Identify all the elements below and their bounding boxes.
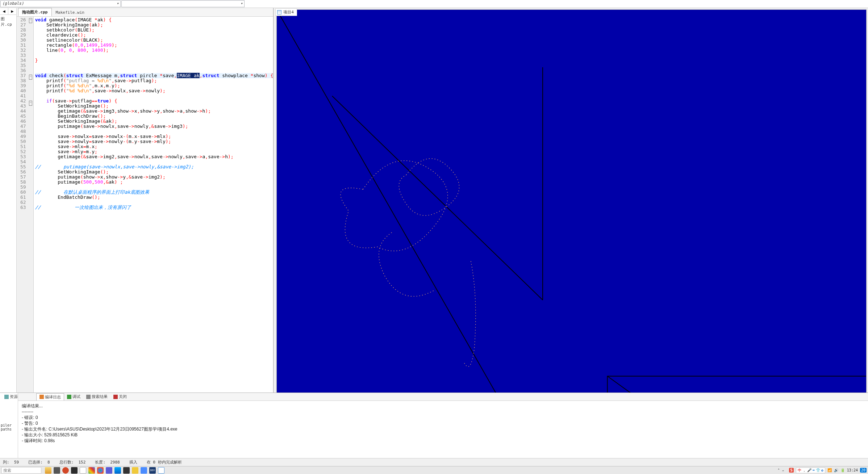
battery-icon[interactable]: 🔋 bbox=[840, 468, 845, 472]
chevron-down-icon: ▾ bbox=[240, 1, 243, 6]
status-length: 长度: 2988 bbox=[95, 460, 120, 465]
code-body[interactable]: void gameplace(IMAGE *ak) { SetWorkingIm… bbox=[34, 17, 274, 458]
app-icon-2[interactable] bbox=[71, 467, 78, 474]
app-icon-4[interactable] bbox=[106, 467, 112, 474]
output-panel: piler paths 资源编译日志调试搜索结果关闭 编译结果... -----… bbox=[0, 393, 868, 458]
tray-chevron-up-icon[interactable]: ˄ bbox=[778, 468, 780, 472]
code-line[interactable]: setbkcolor(BLUE); bbox=[35, 28, 274, 33]
ime-mic-icon[interactable]: 🎤 bbox=[807, 468, 811, 472]
code-line[interactable]: printf("%d %d\n",m.x,m.y); bbox=[35, 83, 274, 88]
output-tab[interactable]: 调试 bbox=[64, 393, 83, 400]
taskbar-search-input[interactable] bbox=[1, 467, 41, 474]
code-line[interactable]: rectangle(0,0,1499,1499); bbox=[35, 43, 274, 48]
svg-line-1 bbox=[332, 96, 543, 300]
fold-column[interactable]: −−− bbox=[28, 17, 33, 458]
sidebar-file-tab[interactable]: 图片.cp bbox=[0, 15, 16, 29]
app-titlebar[interactable]: 项目4 bbox=[275, 8, 297, 16]
output-tab[interactable]: 关闭 bbox=[110, 393, 130, 400]
app-icon-5[interactable] bbox=[123, 467, 130, 474]
code-line[interactable]: void check(struct ExMessage m,struct pir… bbox=[35, 73, 274, 78]
code-line[interactable]: // 在默认桌面程序的界面上打印ak底图效果 bbox=[35, 190, 274, 195]
code-line[interactable]: // putimage(save->nowlx,save->nowly,&sav… bbox=[35, 164, 274, 169]
volume-icon[interactable]: 🔊 bbox=[834, 468, 838, 472]
code-editor[interactable]: 2627282930313233343536373839404142434445… bbox=[17, 17, 273, 458]
code-line[interactable]: printf("%d %d\n",save->nowlx,save->nowly… bbox=[35, 88, 274, 93]
code-line[interactable]: BeginBatchDraw(); bbox=[35, 114, 274, 119]
running-app-taskbar-icon[interactable] bbox=[158, 467, 164, 474]
symbol-bar: (globals) ▾ ▾ bbox=[0, 0, 868, 8]
devcpp-icon[interactable]: DEV bbox=[149, 467, 156, 474]
ime-tray[interactable]: 中 ， 🎤 ⌨ 👕 ✿ bbox=[796, 467, 825, 473]
output-tab[interactable]: 编译日志 bbox=[36, 393, 64, 400]
compile-log[interactable]: 编译结果... -------- - 错误: 0- 警告: 0- 输出文件名: … bbox=[0, 401, 868, 448]
close-icon bbox=[113, 395, 118, 399]
system-tray: ˄ ☁ S 中 ， 🎤 ⌨ 👕 ✿ 📶 🔊 🔋 13:24 20 bbox=[778, 467, 867, 473]
code-line[interactable]: SetWorkingImage(); bbox=[35, 104, 274, 109]
code-line[interactable] bbox=[35, 129, 274, 134]
code-line[interactable]: SetWorkingImage(&ak); bbox=[35, 119, 274, 124]
ime-keyboard-icon[interactable]: ⌨ bbox=[813, 468, 815, 472]
running-app-window[interactable]: 项目4 bbox=[276, 9, 867, 458]
ime-shirt-icon[interactable]: 👕 bbox=[816, 468, 820, 472]
code-line[interactable] bbox=[35, 93, 274, 98]
code-line[interactable]: getimage(&save->img3,show->x,show->y,sho… bbox=[35, 109, 274, 114]
scope-dropdown[interactable]: (globals) ▾ bbox=[0, 0, 121, 7]
code-line[interactable]: void gameplace(IMAGE *ak) { bbox=[35, 17, 274, 22]
code-line[interactable]: line(0, 0, 800, 1400); bbox=[35, 48, 274, 53]
code-line[interactable] bbox=[35, 63, 274, 68]
chrome-icon[interactable] bbox=[97, 467, 104, 474]
date-badge[interactable]: 20 bbox=[860, 468, 867, 473]
code-line[interactable]: cleardevice(); bbox=[35, 33, 274, 38]
code-line[interactable]: save->mlx=m.x; bbox=[35, 144, 274, 149]
code-line[interactable]: setlinecolor(BLACK); bbox=[35, 38, 274, 43]
scope-value: (globals) bbox=[2, 1, 24, 6]
code-line[interactable]: putimage(save->nowlx,save->nowly,&save->… bbox=[35, 124, 274, 129]
explorer-icon[interactable] bbox=[132, 467, 138, 474]
taskbar[interactable]: DEV ˄ ☁ S 中 ， 🎤 ⌨ 👕 ✿ 📶 🔊 🔋 13:24 20 bbox=[0, 466, 868, 474]
onedrive-icon[interactable]: ☁ bbox=[782, 468, 787, 473]
code-line[interactable]: } bbox=[35, 58, 274, 63]
nav-forward-button[interactable]: ▶ bbox=[8, 8, 16, 14]
ime-punct-icon[interactable]: ， bbox=[802, 468, 806, 473]
code-line[interactable]: printf("putflag = %d\n",save->putflag); bbox=[35, 78, 274, 83]
wifi-icon[interactable]: 📶 bbox=[827, 468, 832, 472]
editor-tab[interactable]: Makefile.win bbox=[52, 9, 88, 16]
code-line[interactable]: SetWorkingImage(); bbox=[35, 169, 274, 175]
ime-tool-icon[interactable]: ✿ bbox=[821, 468, 823, 472]
app-icon-3[interactable] bbox=[80, 467, 86, 474]
code-line[interactable]: save->nowlx=save->nowlx-(m.x-save->mlx); bbox=[35, 134, 274, 139]
code-line[interactable]: putimage(500,500,&ak) ; bbox=[35, 180, 274, 185]
line-numbers: 2627282930313233343536373839404142434445… bbox=[17, 17, 28, 458]
office-icon[interactable] bbox=[62, 467, 69, 474]
output-tab-resources-left[interactable]: 资源 bbox=[1, 393, 21, 400]
task-view-icon[interactable] bbox=[54, 467, 60, 474]
ime-lang[interactable]: 中 bbox=[798, 468, 801, 473]
code-line[interactable]: save->nowly=save->nowly-(m.y-save->mly); bbox=[35, 139, 274, 144]
code-line[interactable]: getimage(&save->img2,save->nowlx,save->n… bbox=[35, 154, 274, 159]
edge-icon[interactable] bbox=[114, 467, 121, 474]
app-icon bbox=[277, 10, 281, 14]
code-line[interactable]: save->mly=m.y; bbox=[35, 149, 274, 154]
code-line[interactable]: EndBatchDraw(); bbox=[35, 195, 274, 200]
ime-brand-icon[interactable]: S bbox=[789, 468, 794, 473]
code-line[interactable] bbox=[35, 200, 274, 205]
zoom-icon[interactable] bbox=[141, 467, 147, 474]
editor-tab[interactable]: 拖动图片.cpp bbox=[18, 8, 52, 16]
check-icon bbox=[67, 395, 71, 399]
output-tab[interactable]: 搜索结果 bbox=[83, 393, 110, 400]
clock[interactable]: 13:24 bbox=[847, 468, 858, 472]
code-line[interactable] bbox=[35, 68, 274, 73]
app-icon-1[interactable] bbox=[45, 467, 51, 474]
photos-icon[interactable] bbox=[88, 467, 95, 474]
code-line[interactable] bbox=[35, 53, 274, 58]
code-line[interactable]: // 一次绘图出来，没有屏闪了 bbox=[35, 205, 274, 210]
code-line[interactable] bbox=[35, 185, 274, 190]
code-line[interactable] bbox=[35, 159, 274, 164]
nav-back-button[interactable]: ◀ bbox=[0, 8, 8, 14]
member-dropdown[interactable]: ▾ bbox=[121, 0, 245, 7]
code-line[interactable]: putimage(show->x,show->y,&save->img2); bbox=[35, 175, 274, 180]
code-line[interactable]: if(save->putflag==true) { bbox=[35, 98, 274, 104]
gutter: 2627282930313233343536373839404142434445… bbox=[17, 17, 34, 458]
output-tabs: 资源编译日志调试搜索结果关闭 bbox=[18, 393, 868, 401]
code-line[interactable]: SetWorkingImage(ak); bbox=[35, 22, 274, 28]
